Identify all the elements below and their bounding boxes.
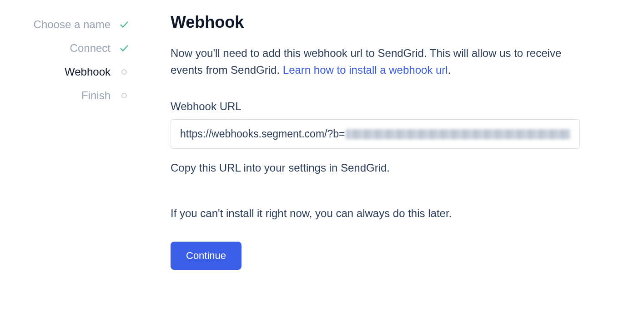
webhook-url-field[interactable]: https://webhooks.segment.com/?b= (171, 119, 580, 149)
step-label: Connect (70, 42, 111, 55)
webhook-description: Now you'll need to add this webhook url … (171, 45, 580, 78)
webhook-url-text: https://webhooks.segment.com/?b= (180, 128, 345, 140)
step-finish[interactable]: Finish (18, 84, 130, 107)
copy-help-text: Copy this URL into your settings in Send… (171, 160, 580, 176)
step-label: Webhook (65, 66, 111, 78)
description-text-end: . (448, 64, 451, 76)
main-content: Webhook Now you'll need to add this webh… (139, 13, 616, 324)
learn-link[interactable]: Learn how to install a webhook url (283, 64, 448, 76)
step-webhook[interactable]: Webhook (18, 60, 130, 84)
redacted-token (346, 129, 570, 139)
step-label: Finish (81, 89, 111, 102)
circle-icon (119, 90, 130, 101)
step-choose-name[interactable]: Choose a name (18, 13, 130, 36)
later-text: If you can't install it right now, you c… (171, 205, 580, 222)
step-label: Choose a name (34, 18, 111, 31)
webhook-url-label: Webhook URL (171, 100, 580, 113)
check-icon (119, 19, 130, 30)
circle-icon (119, 66, 130, 77)
wizard-sidebar: Choose a name Connect Webhook Finish (0, 13, 139, 324)
check-icon (119, 43, 130, 54)
step-connect[interactable]: Connect (18, 36, 130, 60)
page-title: Webhook (171, 13, 580, 32)
continue-button[interactable]: Continue (171, 242, 241, 270)
